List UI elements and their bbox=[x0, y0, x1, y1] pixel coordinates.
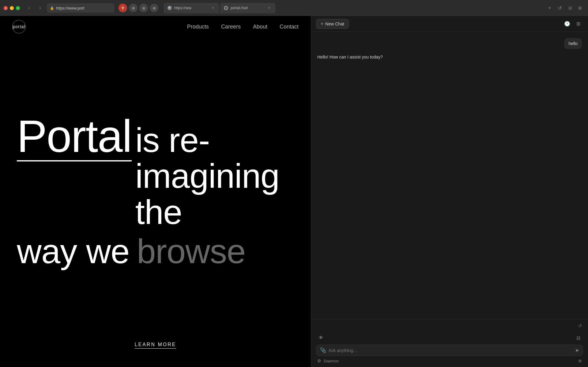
window-controls: ⊟ ⊞ bbox=[566, 4, 584, 12]
new-chat-label: New Chat bbox=[325, 21, 344, 26]
main-area: portal Products Careers About Contact Po… bbox=[0, 16, 588, 367]
window-expand-button[interactable]: ⊞ bbox=[576, 4, 584, 12]
browser-tab-1[interactable]: 🔍 https://sea × bbox=[164, 3, 219, 13]
refresh-button[interactable]: ↺ bbox=[578, 323, 582, 329]
browser-chrome: ‹ › 🔒 https://www.port Y ⊕ ⊕ ⊕ 🔍 https:/… bbox=[0, 0, 588, 16]
hero-way-we: way we bbox=[17, 233, 129, 270]
history-button[interactable]: 🕐 bbox=[562, 19, 572, 29]
back-button[interactable]: ‹ bbox=[25, 4, 33, 12]
window-sidebar-button[interactable]: ⊟ bbox=[566, 4, 575, 12]
chat-bottom: ↺ 👁 ⊟ 📎 ➤ ⚙ Daemon ⚙ bbox=[311, 319, 588, 367]
traffic-lights bbox=[4, 6, 20, 10]
user-message: hello bbox=[564, 38, 582, 49]
website-panel: portal Products Careers About Contact Po… bbox=[0, 16, 311, 367]
tab-favicon-2: ⚙ bbox=[224, 6, 228, 10]
ai-toolbar: + New Chat 🕐 ⊞ bbox=[311, 16, 588, 32]
chat-tools-row: 👁 ⊟ bbox=[316, 331, 583, 345]
address-bar[interactable]: 🔒 https://www.port bbox=[47, 3, 114, 13]
eye-button[interactable]: 👁 bbox=[316, 333, 326, 343]
traffic-light-close[interactable] bbox=[4, 6, 8, 10]
chat-input-row: 📎 ➤ bbox=[316, 345, 583, 356]
browser-tab-2[interactable]: ⚙ portal://set × bbox=[220, 3, 275, 13]
hero: Portal is re-imagining the way we browse bbox=[0, 16, 311, 367]
assistant-message: Hello! How can I assist you today? bbox=[317, 54, 383, 60]
hero-portal-word: Portal bbox=[17, 114, 132, 161]
hero-browse: browse bbox=[137, 233, 245, 270]
chat-input[interactable] bbox=[329, 348, 573, 353]
hero-line2: way we browse bbox=[17, 233, 294, 270]
hero-line1-rest: is re-imagining the bbox=[135, 122, 294, 230]
model-icon: ⚙ bbox=[317, 358, 321, 363]
logo-text: portal bbox=[13, 24, 25, 29]
url-text: https://www.port bbox=[56, 6, 84, 10]
tab-actions: + ↺ bbox=[546, 4, 564, 12]
model-name: Daemon bbox=[324, 359, 339, 363]
panel-button[interactable]: ⊞ bbox=[573, 19, 583, 29]
tab-bar-icons: Y ⊕ ⊕ ⊕ bbox=[119, 4, 158, 12]
nav-careers[interactable]: Careers bbox=[221, 24, 241, 30]
tab-close-2[interactable]: × bbox=[267, 6, 272, 10]
learn-more-link[interactable]: LEARN MORE bbox=[135, 342, 176, 349]
site-nav-links: Products Careers About Contact bbox=[187, 24, 299, 30]
attach-button[interactable]: 📎 bbox=[320, 347, 326, 353]
refresh-row: ↺ bbox=[316, 323, 583, 331]
new-tab-button[interactable]: + bbox=[546, 4, 554, 12]
new-chat-button[interactable]: + New Chat bbox=[316, 19, 349, 29]
ext-icon-2[interactable]: ⊕ bbox=[139, 4, 148, 12]
ai-panel: + New Chat 🕐 ⊞ hello Hello! How can I as… bbox=[311, 16, 588, 367]
nav-contact[interactable]: Contact bbox=[280, 24, 299, 30]
nav-about[interactable]: About bbox=[253, 24, 267, 30]
chat-footer: ⚙ Daemon ⚙ bbox=[316, 356, 583, 363]
hero-line1: Portal is re-imagining the bbox=[17, 114, 294, 230]
plus-icon: + bbox=[321, 21, 323, 27]
y-tab-icon[interactable]: Y bbox=[119, 4, 127, 12]
ai-toolbar-right: 🕐 ⊞ bbox=[562, 19, 583, 29]
tab-favicon-1: 🔍 bbox=[168, 6, 172, 10]
library-button[interactable]: ⊟ bbox=[573, 333, 583, 343]
lock-icon: 🔒 bbox=[50, 6, 54, 10]
nav-products[interactable]: Products bbox=[187, 24, 209, 30]
chat-footer-left: ⚙ Daemon bbox=[317, 358, 339, 363]
forward-button[interactable]: › bbox=[36, 4, 44, 12]
tab-url-1: https://sea bbox=[174, 6, 208, 10]
site-nav: portal Products Careers About Contact bbox=[0, 16, 311, 37]
ext-icon-3[interactable]: ⊕ bbox=[150, 4, 158, 12]
ext-icon-1[interactable]: ⊕ bbox=[129, 4, 138, 12]
traffic-light-fullscreen[interactable] bbox=[16, 6, 20, 10]
tabs-area: 🔍 https://sea × ⚙ portal://set × bbox=[164, 3, 542, 13]
site-logo[interactable]: portal bbox=[12, 20, 26, 33]
reload-button[interactable]: ↺ bbox=[556, 4, 564, 12]
settings-button[interactable]: ⚙ bbox=[578, 359, 582, 363]
chat-messages: hello Hello! How can I assist you today? bbox=[311, 32, 588, 319]
send-button[interactable]: ➤ bbox=[575, 347, 579, 353]
tab-close-1[interactable]: × bbox=[210, 6, 215, 10]
traffic-light-minimize[interactable] bbox=[10, 6, 14, 10]
tab-url-2: portal://set bbox=[231, 6, 264, 10]
